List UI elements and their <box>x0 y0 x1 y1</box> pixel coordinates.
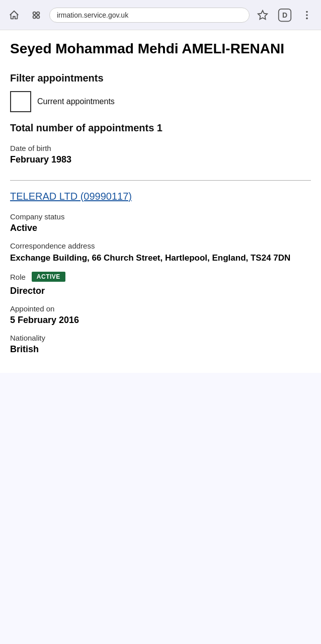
current-appointments-checkbox[interactable] <box>10 91 31 112</box>
nationality-value: British <box>10 344 311 355</box>
correspondence-address-section: Correspondence address Exchange Building… <box>10 242 311 264</box>
role-label: Role <box>10 273 26 281</box>
browser-chrome: irmation.service.gov.uk D <box>0 0 321 30</box>
current-appointments-label: Current appointments <box>37 97 115 106</box>
company-status-section: Company status Active <box>10 212 311 233</box>
correspondence-address-value: Exchange Building, 66 Church Street, Har… <box>10 252 311 264</box>
active-badge: ACTIVE <box>32 272 65 282</box>
d-icon[interactable]: D <box>276 6 294 24</box>
more-menu-icon[interactable] <box>298 6 316 24</box>
address-bar[interactable]: irmation.service.gov.uk <box>49 8 250 23</box>
current-appointments-filter[interactable]: Current appointments <box>10 91 311 112</box>
appointed-on-label: Appointed on <box>10 304 311 313</box>
person-name: Seyed Mohammad Mehdi AMELI-RENANI <box>10 40 311 57</box>
correspondence-address-label: Correspondence address <box>10 242 311 250</box>
appointed-on-section: Appointed on 5 February 2016 <box>10 304 311 326</box>
home-icon[interactable] <box>5 6 23 24</box>
svg-point-0 <box>33 12 36 14</box>
url-text: irmation.service.gov.uk <box>57 11 128 19</box>
svg-point-2 <box>33 15 36 18</box>
company-status-value: Active <box>10 223 311 233</box>
filter-section: Filter appointments Current appointments <box>10 72 311 112</box>
appointed-on-value: 5 February 2016 <box>10 315 311 326</box>
section-divider <box>10 180 311 181</box>
svg-point-8 <box>306 14 308 16</box>
svg-point-7 <box>306 11 308 13</box>
tabs-icon[interactable] <box>27 6 45 24</box>
page-content: Seyed Mohammad Mehdi AMELI-RENANI Filter… <box>0 30 321 373</box>
dob-value: February 1983 <box>10 154 311 165</box>
company-status-label: Company status <box>10 212 311 221</box>
role-section: Role ACTIVE Director <box>10 272 311 296</box>
filter-title: Filter appointments <box>10 72 311 84</box>
svg-point-3 <box>37 15 40 18</box>
bookmark-icon[interactable] <box>254 6 272 24</box>
svg-point-9 <box>306 17 308 19</box>
date-of-birth-section: Date of birth February 1983 <box>10 144 311 165</box>
nationality-section: Nationality British <box>10 334 311 355</box>
svg-marker-4 <box>258 10 267 19</box>
svg-point-1 <box>37 12 40 14</box>
role-value: Director <box>10 286 311 296</box>
dob-label: Date of birth <box>10 144 311 152</box>
total-appointments: Total number of appointments 1 <box>10 122 311 134</box>
nationality-label: Nationality <box>10 334 311 342</box>
svg-text:D: D <box>282 11 287 19</box>
company-link[interactable]: TELERAD LTD (09990117) <box>10 191 311 202</box>
role-row: Role ACTIVE <box>10 272 311 282</box>
